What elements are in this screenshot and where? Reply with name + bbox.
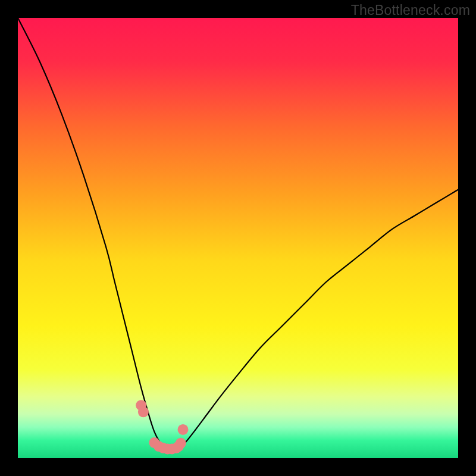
watermark-text: TheBottleneck.com (351, 2, 470, 18)
plot-area (18, 18, 458, 458)
curve-marker (176, 438, 186, 449)
bottleneck-curve (18, 18, 458, 458)
curve-marker (138, 406, 149, 417)
chart-frame: TheBottleneck.com (0, 0, 476, 476)
curve-marker (178, 424, 189, 435)
curve-markers (136, 400, 188, 454)
